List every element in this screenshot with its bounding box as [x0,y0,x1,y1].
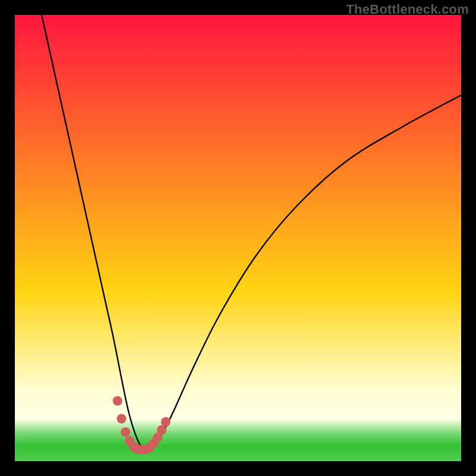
highlight-dot [161,417,171,427]
highlight-dot [113,396,123,406]
highlight-dot [121,427,130,437]
chart-frame [15,15,461,461]
highlight-dot [117,414,126,424]
plot-background [15,15,461,461]
bottleneck-chart [15,15,461,461]
